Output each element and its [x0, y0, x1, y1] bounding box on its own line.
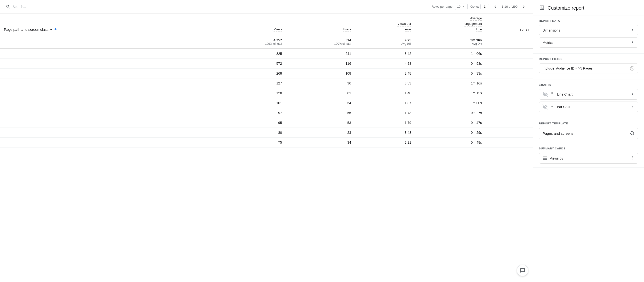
filter-close-button[interactable]	[630, 66, 634, 71]
row-dim-1	[0, 59, 217, 69]
row-all-0	[486, 49, 533, 59]
template-refresh-icon[interactable]	[629, 131, 634, 137]
row-vpu-8: 3.48	[355, 128, 415, 138]
add-dimension-button[interactable]: +	[54, 27, 57, 32]
row-views-2: 268	[217, 69, 286, 78]
report-icon	[539, 5, 545, 10]
search-container[interactable]: Search...	[6, 4, 428, 9]
metrics-row[interactable]: Metrics	[539, 37, 638, 48]
bar-chart-label: Bar Chart	[557, 105, 628, 109]
table-row: 97 56 1.73 0m 27s	[0, 108, 533, 118]
filter-row: Include Audience ID = >5 Pages	[539, 63, 638, 73]
row-users-6: 56	[286, 108, 355, 118]
row-avg-6: 0m 27s	[415, 108, 486, 118]
row-users-9: 34	[286, 138, 355, 147]
customize-report-icon	[539, 5, 545, 11]
all-column-header[interactable]: Ev All	[486, 13, 533, 35]
row-vpu-3: 3.53	[355, 78, 415, 88]
dimension-column-header[interactable]: Page path and screen class +	[0, 13, 217, 35]
svg-rect-1	[522, 270, 523, 270]
line-chart-label: Line Chart	[557, 92, 628, 96]
prev-page-button[interactable]	[492, 3, 499, 10]
row-all-4	[486, 88, 533, 98]
row-dim-8	[0, 128, 217, 138]
avg-engagement-label3: time	[476, 27, 482, 32]
row-vpu-1: 4.93	[355, 59, 415, 69]
dimensions-row[interactable]: Dimensions	[539, 25, 638, 35]
table-row: 75 34 2.21 0m 48s	[0, 138, 533, 147]
table-row: 268 108 2.48 0m 33s	[0, 69, 533, 78]
table-row: 101 54 1.87 1m 00s	[0, 98, 533, 108]
main-area: Search... Rows per page: 10 Go to: 1-10 …	[0, 0, 533, 282]
row-users-4: 81	[286, 88, 355, 98]
views-label: Views	[274, 27, 282, 32]
users-column-header[interactable]: Users	[286, 13, 355, 35]
row-users-2: 108	[286, 69, 355, 78]
row-all-2	[486, 69, 533, 78]
row-dim-3	[0, 78, 217, 88]
row-vpu-0: 3.42	[355, 49, 415, 59]
summary-card-more-button[interactable]	[630, 155, 634, 161]
row-avg-2: 0m 33s	[415, 69, 486, 78]
search-icon	[6, 4, 10, 9]
goto-input[interactable]	[480, 4, 489, 9]
filter-text: Include Audience ID = >5 Pages	[542, 66, 628, 70]
summary-users: 514 100% of total	[286, 35, 355, 49]
views-per-user-column-header[interactable]: Views per user	[355, 13, 415, 35]
rows-per-page-label: Rows per page:	[432, 5, 453, 8]
avg-engagement-column-header[interactable]: Average engagement time	[415, 13, 486, 35]
avg-engagement-label2: engagement	[464, 22, 482, 26]
line-chart-row[interactable]: Line Chart	[539, 89, 638, 100]
eye-off-icon	[542, 92, 548, 97]
summary-card-label: Views by	[550, 156, 563, 160]
summary-vpu: 9.25 Avg 0%	[355, 35, 415, 49]
dimensions-label: Dimensions	[542, 28, 560, 32]
page-range: 1-10 of 290	[502, 5, 518, 8]
line-chart-chevron	[630, 92, 634, 97]
chevron-left-icon	[493, 4, 498, 9]
table-row: 80 23 3.48 0m 29s	[0, 128, 533, 138]
goto-label: Go to:	[470, 5, 479, 8]
row-users-1: 116	[286, 59, 355, 69]
dimension-dropdown-button[interactable]: Page path and screen class	[4, 27, 53, 32]
bar-chart-row[interactable]: Bar Chart	[539, 102, 638, 112]
dimensions-chevron	[630, 28, 634, 33]
rows-per-page-select[interactable]: 10	[455, 3, 467, 10]
summary-card-row[interactable]: Views by	[539, 153, 638, 164]
metrics-label: Metrics	[542, 41, 554, 44]
summary-cards-section: SUMMARY CARDS Views by	[533, 143, 644, 168]
next-page-button[interactable]	[520, 3, 527, 10]
row-avg-9: 0m 48s	[415, 138, 486, 147]
feedback-button[interactable]	[517, 265, 528, 276]
row-views-8: 80	[217, 128, 286, 138]
metrics-chevron	[630, 40, 634, 45]
summary-dim-cell	[0, 35, 217, 49]
bar-chart-chevron	[630, 104, 634, 110]
views-column-header[interactable]: ↓ Views	[217, 13, 286, 35]
row-views-5: 101	[217, 98, 286, 108]
dim-dropdown-icon	[49, 27, 53, 32]
row-dim-7	[0, 118, 217, 128]
report-filter-label: REPORT FILTER	[539, 57, 638, 60]
row-dim-0	[0, 49, 217, 59]
filter-value: Audience ID = >5 Pages	[556, 66, 593, 70]
row-users-5: 54	[286, 98, 355, 108]
rows-per-page-container: Rows per page: 10	[432, 3, 468, 10]
more-vert-icon	[630, 155, 634, 160]
row-views-0: 825	[217, 49, 286, 59]
row-views-3: 127	[217, 78, 286, 88]
table-container: Page path and screen class + ↓ Views	[0, 13, 533, 282]
row-vpu-6: 1.73	[355, 108, 415, 118]
line-chart-visibility-toggle[interactable]	[542, 92, 548, 97]
summary-row: 4,757 100% of total 514 100% of total 9.…	[0, 35, 533, 49]
report-filter-section: REPORT FILTER Include Audience ID = >5 P…	[533, 54, 644, 79]
sidebar-title: Customize report	[548, 5, 584, 11]
all-label2: All	[526, 28, 529, 32]
row-avg-5: 1m 00s	[415, 98, 486, 108]
report-data-section: REPORT DATA Dimensions Metrics	[533, 15, 644, 54]
template-row[interactable]: Pages and screens	[539, 128, 638, 139]
row-all-6	[486, 108, 533, 118]
avg-engagement-label: Average	[470, 16, 482, 21]
bar-chart-visibility-toggle[interactable]	[542, 104, 548, 110]
row-dim-2	[0, 69, 217, 78]
